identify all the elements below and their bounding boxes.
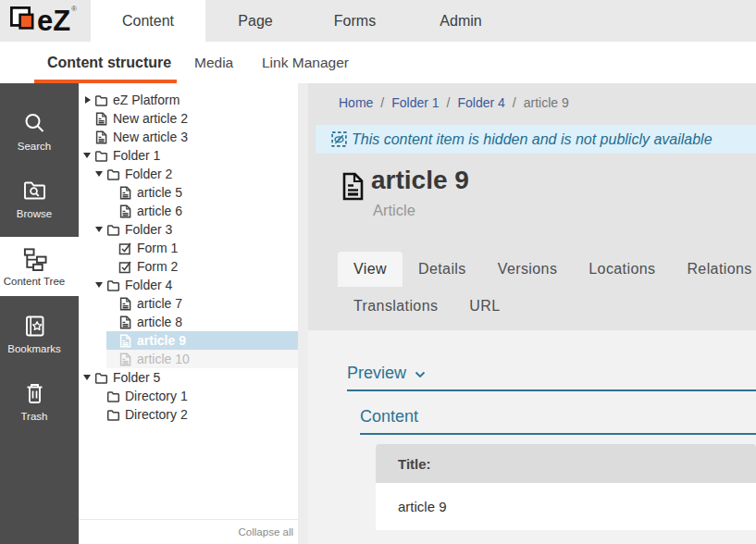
article-icon	[94, 112, 108, 126]
tree-item-label: New article 2	[113, 111, 188, 126]
secondary-tab-label: Link Manager	[262, 55, 349, 71]
arrow-spacer	[94, 387, 106, 405]
arrow-spacer	[94, 405, 106, 424]
preview-section-toggle[interactable]: Preview	[347, 364, 756, 391]
search-icon	[22, 111, 47, 136]
article-icon	[118, 334, 132, 348]
ez-logo[interactable]: eZ ®	[9, 4, 91, 39]
arrow-spacer	[106, 350, 118, 368]
rail-item-content-tree[interactable]: Content Tree	[0, 237, 79, 296]
tree-item-article-6[interactable]: article 6	[106, 202, 298, 220]
secondary-tab-media[interactable]: Media	[194, 42, 233, 83]
folder-icon	[106, 278, 120, 292]
main-area: Home / Folder 1 / Folder 4 / article 9 T…	[308, 83, 756, 544]
tree-item-folder-1[interactable]: Folder 1	[82, 146, 298, 165]
logo-registered-mark: ®	[71, 5, 77, 13]
tree-item-folder-3[interactable]: Folder 3	[94, 220, 298, 239]
arrow-spacer	[82, 128, 94, 146]
breadcrumb-link-folder-1[interactable]: Folder 1	[391, 95, 439, 110]
tree-item-article-7[interactable]: article 7	[106, 294, 298, 313]
rail-item-label: Trash	[21, 411, 48, 422]
rail-item-label: Search	[18, 141, 51, 152]
folder-icon	[106, 389, 120, 403]
top-tab-page[interactable]: Page	[205, 0, 305, 42]
rail-item-search[interactable]: Search	[0, 102, 79, 161]
tree-expanded-arrow[interactable]	[94, 220, 106, 239]
tree-item-article-5[interactable]: article 5	[106, 183, 298, 202]
tree-item-new-article-3[interactable]: New article 3	[82, 128, 298, 146]
tree-expanded-arrow[interactable]	[94, 276, 106, 294]
tree-item-label: Folder 2	[125, 167, 172, 181]
top-tab-forms[interactable]: Forms	[305, 0, 404, 42]
tree-scrollbar[interactable]	[298, 83, 308, 544]
rail-item-label: Bookmarks	[7, 343, 61, 354]
secondary-tab-link-manager[interactable]: Link Manager	[262, 42, 349, 83]
form-icon	[118, 260, 132, 274]
article-icon	[118, 315, 132, 329]
tree-item-article-8[interactable]: article 8	[106, 313, 298, 331]
content-tab-bar: ViewDetailsVersionsLocationsRelationsTra…	[338, 252, 756, 324]
tree-item-directory-1[interactable]: Directory 1	[94, 387, 298, 405]
tree-item-folder-4[interactable]: Folder 4	[94, 276, 298, 294]
arrow-spacer	[106, 239, 118, 257]
rail-item-bookmarks[interactable]: Bookmarks	[0, 304, 79, 364]
folder-icon	[106, 167, 120, 181]
tree-item-label: Folder 4	[125, 278, 172, 292]
tree-collapsed-arrow[interactable]	[82, 91, 94, 109]
rail-item-trash[interactable]: Trash	[0, 372, 79, 431]
tree-item-article-10[interactable]: article 10	[106, 350, 298, 368]
rail-item-label: Content Tree	[4, 276, 65, 287]
tree-item-folder-5[interactable]: Folder 5	[82, 368, 298, 387]
tab-url[interactable]: URL	[453, 289, 515, 324]
tree-item-label: Form 1	[137, 241, 178, 255]
tab-versions[interactable]: Versions	[482, 252, 574, 287]
rail-item-browse[interactable]: Browse	[0, 169, 79, 229]
tree-expanded-arrow[interactable]	[94, 165, 106, 183]
top-tab-content[interactable]: Content	[91, 0, 205, 42]
tree-expanded-arrow[interactable]	[82, 368, 94, 387]
breadcrumb-link-home[interactable]: Home	[339, 95, 373, 110]
tree-item-label: Directory 1	[125, 389, 188, 403]
tab-locations[interactable]: Locations	[573, 252, 671, 287]
folder-icon	[94, 149, 108, 163]
tree-item-label: Folder 3	[125, 222, 172, 237]
tree-item-new-article-2[interactable]: New article 2	[82, 109, 298, 128]
arrow-spacer	[106, 183, 118, 202]
top-tab-label: Admin	[440, 13, 481, 30]
collapse-all-button[interactable]: Collapse all	[79, 519, 298, 544]
secondary-tab-content-structure[interactable]: Content structure	[47, 42, 171, 83]
breadcrumb-link-folder-4[interactable]: Folder 4	[458, 95, 505, 110]
form-icon	[118, 241, 132, 255]
breadcrumb-separator: /	[513, 95, 516, 110]
tree-item-article-9[interactable]: article 9	[106, 331, 298, 350]
tree-item-form-1[interactable]: Form 1	[106, 239, 298, 257]
tree-item-form-2[interactable]: Form 2	[106, 257, 298, 276]
tree-item-directory-2[interactable]: Directory 2	[94, 405, 298, 424]
content-section-header: Content	[360, 407, 756, 435]
tree-item-ez-platform[interactable]: eZ Platform	[82, 91, 298, 109]
tab-translations[interactable]: Translations	[338, 289, 453, 324]
tab-view[interactable]: View	[338, 252, 403, 287]
secondary-tab-label: Media	[194, 55, 233, 71]
tree-item-folder-2[interactable]: Folder 2	[94, 165, 298, 183]
tab-details[interactable]: Details	[403, 252, 482, 287]
article-icon	[118, 186, 132, 200]
left-rail: SearchBrowseContent TreeBookmarksTrash	[0, 83, 79, 544]
tree-item-label: article 10	[137, 352, 190, 366]
article-icon	[94, 130, 108, 144]
top-tab-admin[interactable]: Admin	[404, 0, 517, 42]
tree-item-label: eZ Platform	[113, 93, 180, 107]
hidden-content-banner: This content item is hidden and is not p…	[316, 125, 756, 154]
arrow-spacer	[82, 109, 94, 128]
ez-platform-admin: eZ ® Content Page Forms Admin Content st…	[0, 0, 756, 544]
breadcrumb-separator: /	[447, 95, 451, 110]
tree-expanded-arrow[interactable]	[82, 146, 94, 165]
field-value-row: article 9	[376, 483, 756, 530]
content-header-section: Home / Folder 1 / Folder 4 / article 9 T…	[308, 83, 756, 330]
field-label-row: Title:	[376, 444, 756, 483]
arrow-spacer	[106, 202, 118, 220]
page-title: article 9	[371, 166, 469, 195]
tree-item-label: article 6	[137, 204, 182, 218]
bookmarks-icon	[22, 314, 47, 339]
tab-relations[interactable]: Relations	[671, 252, 756, 287]
